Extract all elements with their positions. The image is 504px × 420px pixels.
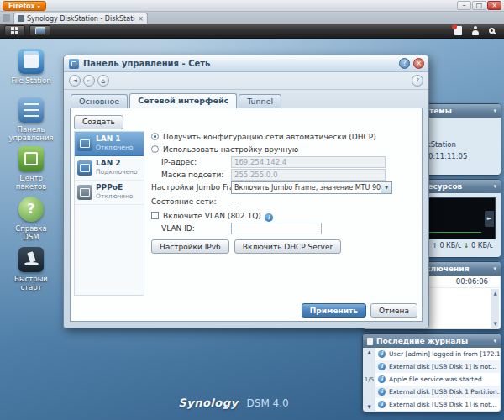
toolbar: Создать xyxy=(74,112,123,129)
logs-pager: ▲ 1/5 ▼ xyxy=(364,348,375,411)
collapse-icon[interactable]: ▾ xyxy=(493,263,496,276)
info-icon: i xyxy=(265,213,273,222)
notifications-icon[interactable] xyxy=(454,26,462,35)
page-down-icon[interactable]: ▼ xyxy=(367,404,370,409)
browser-close-button[interactable]: × xyxy=(487,1,501,10)
back-button[interactable]: ◄ xyxy=(69,75,81,87)
manual-radio-label: Использовать настройку вручную xyxy=(163,145,298,154)
apply-button[interactable]: Применить xyxy=(302,303,366,318)
collapse-icon[interactable]: ▾ xyxy=(493,181,496,193)
ip-row: IP-адрес: xyxy=(151,156,418,169)
tab-general[interactable]: Основное xyxy=(71,94,128,108)
browser-tab[interactable]: Synology DiskStation - DiskStation × xyxy=(13,13,148,24)
connections-scrollbar[interactable]: ▲ ▼ xyxy=(491,289,499,328)
tab-close-icon[interactable]: × xyxy=(138,15,144,23)
forward-button[interactable]: ► xyxy=(83,75,95,87)
context-help-button[interactable]: ? xyxy=(412,75,423,87)
collapse-icon[interactable]: ▾ xyxy=(493,335,496,348)
dhcp-server-button[interactable]: Включить DHCP Server xyxy=(234,239,341,254)
log-text: External disk [USB Disk 1 Partition... xyxy=(389,388,500,396)
dhcp-radio-label: Получить конфигурацию сети автоматически… xyxy=(163,133,376,141)
tab-list-icon[interactable] xyxy=(3,14,10,22)
browser-minimize-button[interactable]: – xyxy=(457,1,471,10)
file-station-icon xyxy=(18,49,44,74)
page-up-icon[interactable]: ▲ xyxy=(367,349,370,354)
jumbo-frame-select[interactable]: Включить Jumbo Frame, значение MTU 9000 … xyxy=(231,181,392,194)
jumbo-selected-option: Включить Jumbo Frame, значение MTU 9000 xyxy=(234,181,381,194)
connection-time: 00:06:06 xyxy=(456,277,488,286)
ip-label: IP-адрес: xyxy=(151,156,197,169)
manual-radio[interactable] xyxy=(151,145,159,153)
package-center-icon xyxy=(18,146,44,171)
create-button[interactable]: Создать xyxy=(74,115,123,129)
desktop-icon-package-center[interactable]: Центр пакетов xyxy=(7,146,55,191)
log-row[interactable]: i External disk [USB Disk 1] is not... xyxy=(375,398,500,411)
window-titlebar[interactable]: Панель управления - Сеть ? × xyxy=(64,55,428,72)
main-menu-icon xyxy=(11,27,18,34)
interface-name: LAN 2 xyxy=(96,159,142,168)
browser-titlebar: Firefox ▾ – □ × xyxy=(0,0,504,12)
log-document-icon xyxy=(367,338,373,345)
help-question-icon: ? xyxy=(18,197,44,222)
desktop-icon-control-panel[interactable]: Панель управления xyxy=(7,97,55,142)
interface-item-pppoe[interactable]: PPPoE Отключено xyxy=(75,181,144,205)
upload-speed: 0 КБ/с xyxy=(439,242,461,249)
main-menu-button[interactable] xyxy=(4,25,25,36)
network-form: Получить конфигурацию сети автоматически… xyxy=(151,131,418,296)
desktop-icon-dsm-help[interactable]: ? Справка DSM xyxy=(7,197,55,241)
vlan-checkbox[interactable] xyxy=(151,212,159,219)
search-icon[interactable] xyxy=(489,28,495,34)
info-icon: i xyxy=(378,401,386,408)
log-row[interactable]: i External disk [USB Disk 1 Partition... xyxy=(375,386,500,398)
vlan-row: Включите VLAN (802.1Q)i xyxy=(151,210,418,223)
home-button[interactable]: ⌂ xyxy=(97,75,109,87)
interface-item-lan1[interactable]: LAN 1 Отключено xyxy=(75,132,144,156)
next-chart-button[interactable]: ► xyxy=(485,211,494,227)
form-buttons: Настройки IPv6 Включить DHCP Server xyxy=(151,239,418,254)
tab-content: Создать LAN 1 Отключено LAN 2 Подключено… xyxy=(70,108,423,322)
info-icon: i xyxy=(378,375,386,383)
widget-header-recent-logs[interactable]: Последние журналы ▾ xyxy=(363,334,501,348)
firefox-menu-button[interactable]: Firefox ▾ xyxy=(3,1,46,11)
vlan-id-field[interactable] xyxy=(231,223,322,234)
interface-item-lan2[interactable]: LAN 2 Подключено xyxy=(75,156,144,181)
subnet-label: Маска подсети: xyxy=(151,169,223,181)
tab-tunnel[interactable]: Tunnel xyxy=(239,94,281,108)
ipv6-settings-button[interactable]: Настройки IPv6 xyxy=(151,239,229,254)
info-icon: i xyxy=(378,388,386,396)
collapse-icon[interactable]: ▾ xyxy=(493,105,496,118)
desktop-icon-file-station[interactable]: File Station xyxy=(7,49,55,85)
scroll-down-icon[interactable]: ▼ xyxy=(493,321,496,326)
scroll-up-icon[interactable]: ▲ xyxy=(493,291,496,296)
taskbar-left xyxy=(4,25,50,36)
tab-favicon-icon xyxy=(18,15,24,22)
tab-network-interface[interactable]: Сетевой интерфейс xyxy=(129,93,237,108)
download-speed: 0 КБ/с xyxy=(471,242,493,249)
ip-field[interactable] xyxy=(231,156,386,168)
chevron-down-icon: ▾ xyxy=(38,3,40,9)
vlan-id-label: VLAN ID: xyxy=(151,223,195,235)
window-nav-row: ◄ ► ⌂ ? xyxy=(64,72,428,90)
dhcp-radio[interactable] xyxy=(151,133,159,140)
download-arrow-icon: ↓ xyxy=(464,242,470,249)
log-row[interactable]: i External disk [USB Disk 1] is not... xyxy=(375,360,500,373)
screen: Firefox ▾ – □ × Synology DiskStation - D… xyxy=(0,0,504,420)
show-desktop-button[interactable] xyxy=(29,25,50,36)
log-row[interactable]: i Apple file service was started. xyxy=(375,373,500,386)
browser-tabbar: Synology DiskStation - DiskStation × xyxy=(0,12,504,24)
log-row[interactable]: i User [admin] logged in from [172.1... xyxy=(375,348,500,360)
firefox-menu-label: Firefox xyxy=(8,3,35,10)
network-state-label: Состояние сети: xyxy=(151,196,217,208)
browser-maximize-button[interactable]: □ xyxy=(472,1,486,10)
network-adapter-icon xyxy=(77,136,92,151)
window-tabs: Основное Сетевой интерфейс Tunnel xyxy=(71,93,281,108)
subnet-field[interactable] xyxy=(231,169,386,181)
cancel-button[interactable]: Отмена xyxy=(370,303,417,318)
window-help-button[interactable]: ? xyxy=(399,58,410,69)
tab-title: Synology DiskStation - DiskStation xyxy=(27,15,135,23)
network-state-value: -- xyxy=(231,196,237,208)
desktop-icon-quick-start[interactable]: Быстрый старт xyxy=(7,247,55,291)
window-close-button[interactable]: × xyxy=(413,58,424,69)
user-icon[interactable] xyxy=(471,26,480,35)
desktop-icon xyxy=(35,27,45,34)
